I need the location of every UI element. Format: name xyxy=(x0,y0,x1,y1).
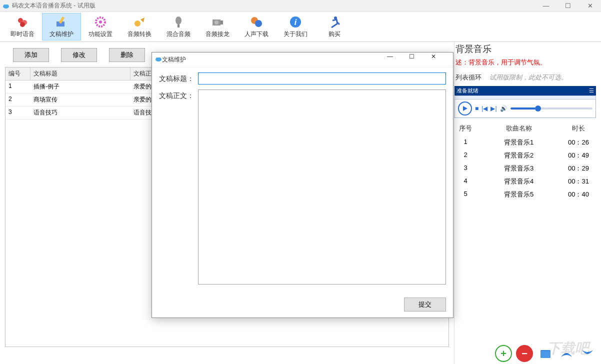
song-row[interactable]: 1背景音乐100：26 xyxy=(454,136,596,149)
close-button[interactable]: ✕ xyxy=(579,0,601,12)
tool-download[interactable]: 人声下载 xyxy=(237,13,276,40)
main-titlebar: 码农文本语音播音系统 - 试用版 — ☐ ✕ xyxy=(0,0,601,12)
svg-point-5 xyxy=(20,22,25,27)
dialog-minimize-button[interactable]: — xyxy=(387,53,409,67)
svg-point-25 xyxy=(159,58,161,60)
minimize-button[interactable]: — xyxy=(535,0,557,12)
mic-icon xyxy=(170,15,186,29)
svg-point-14 xyxy=(214,20,218,24)
svg-point-1 xyxy=(4,4,6,6)
body-textarea[interactable] xyxy=(198,90,446,284)
player-status: 准备就绪 xyxy=(456,87,478,94)
volume-slider[interactable] xyxy=(510,108,593,110)
down-button[interactable] xyxy=(579,345,596,362)
edit-button[interactable]: 修改 xyxy=(61,48,97,62)
col-id[interactable]: 编号 xyxy=(6,68,30,80)
tool-about[interactable]: i 关于我们 xyxy=(276,13,315,40)
main-toolbar: 即时语音 文稿维护 功能设置 音频转换 混合音频 音频接龙 人声下载 i 关于我… xyxy=(0,12,601,42)
run-icon xyxy=(326,15,342,29)
loop-hint: 试用版限制，此处不可选。 xyxy=(490,74,568,81)
col-dur: 时长 xyxy=(561,124,596,133)
dialog-titlebar[interactable]: 文稿维护 — ☐ ✕ xyxy=(152,52,453,68)
tool-instant[interactable]: 即时语音 xyxy=(3,13,42,40)
svg-rect-15 xyxy=(220,20,223,24)
delete-button[interactable]: 删除 xyxy=(109,48,145,62)
dialog-title: 文稿维护 xyxy=(162,56,186,64)
svg-rect-12 xyxy=(178,24,180,28)
window-title: 码农文本语音播音系统 - 试用版 xyxy=(12,2,96,10)
convert-icon xyxy=(132,15,148,29)
dialog-maximize-button[interactable]: ☐ xyxy=(409,53,431,67)
doc-dialog: 文稿维护 — ☐ ✕ 文稿标题： 文稿正文： 提交 xyxy=(152,52,454,318)
svg-text:i: i xyxy=(294,18,297,26)
tool-settings[interactable]: 功能设置 xyxy=(81,13,120,40)
svg-point-9 xyxy=(99,20,102,24)
gear-icon xyxy=(92,15,108,29)
add-song-button[interactable]: + xyxy=(495,345,512,362)
submit-button[interactable]: 提交 xyxy=(404,298,446,312)
folder-button[interactable] xyxy=(537,345,554,362)
song-grid: 序号 歌曲名称 时长 1背景音乐100：26 2背景音乐200：49 3背景音乐… xyxy=(454,121,596,201)
tool-buy[interactable]: 购买 xyxy=(315,13,354,40)
app-icon xyxy=(2,2,10,10)
maximize-button[interactable]: ☐ xyxy=(557,0,579,12)
right-panel: 背景音乐 述：背景音乐，用于调节气氛。 列表循环 试用版限制，此处不可选。 准备… xyxy=(454,42,599,364)
col-name: 歌曲名称 xyxy=(476,124,561,133)
col-seq: 序号 xyxy=(454,124,476,133)
svg-point-11 xyxy=(176,16,182,24)
svg-point-10 xyxy=(134,20,140,26)
progress-bar[interactable] xyxy=(454,96,596,100)
remove-song-button[interactable]: − xyxy=(516,345,533,362)
up-button[interactable] xyxy=(558,345,575,362)
camera-icon xyxy=(210,15,226,29)
bgm-desc: 述：背景音乐，用于调节气氛。 xyxy=(454,57,596,72)
player-status-bar: 准备就绪 ☰ xyxy=(454,86,596,96)
title-label: 文稿标题： xyxy=(159,72,198,84)
edit-icon xyxy=(54,15,70,29)
stop-button[interactable]: ■ xyxy=(475,105,478,112)
prev-button[interactable]: |◀ xyxy=(482,105,488,112)
bgm-title: 背景音乐 xyxy=(454,43,596,57)
loop-label: 列表循环 xyxy=(456,74,482,81)
col-title[interactable]: 文稿标题 xyxy=(30,68,130,80)
song-row[interactable]: 2背景音乐200：49 xyxy=(454,149,596,162)
info-icon: i xyxy=(288,15,304,29)
song-row[interactable]: 5背景音乐500：40 xyxy=(454,188,596,201)
title-input[interactable] xyxy=(198,72,446,84)
tool-mix[interactable]: 混合音频 xyxy=(159,13,198,40)
flower-icon xyxy=(14,15,30,29)
play-button[interactable] xyxy=(458,102,472,116)
tool-maintain[interactable]: 文稿维护 xyxy=(42,13,81,40)
song-row[interactable]: 4背景音乐400：31 xyxy=(454,175,596,188)
svg-point-24 xyxy=(156,58,158,60)
player-controls: ■ |◀ ▶| 🔊 xyxy=(454,100,596,118)
tool-convert[interactable]: 音频转换 xyxy=(120,13,159,40)
add-button[interactable]: 添加 xyxy=(13,48,49,62)
svg-point-17 xyxy=(255,20,262,27)
bottom-controls: + − xyxy=(495,345,596,362)
svg-rect-22 xyxy=(540,351,550,358)
tool-relay[interactable]: 音频接龙 xyxy=(198,13,237,40)
menu-icon[interactable]: ☰ xyxy=(589,88,594,94)
app-icon xyxy=(155,56,162,64)
svg-point-2 xyxy=(6,4,8,6)
body-label: 文稿正文： xyxy=(159,90,198,100)
volume-icon[interactable]: 🔊 xyxy=(500,105,508,112)
dialog-close-button[interactable]: ✕ xyxy=(431,53,453,67)
download-icon xyxy=(248,15,264,29)
song-row[interactable]: 3背景音乐300：29 xyxy=(454,162,596,175)
next-button[interactable]: ▶| xyxy=(490,105,496,112)
